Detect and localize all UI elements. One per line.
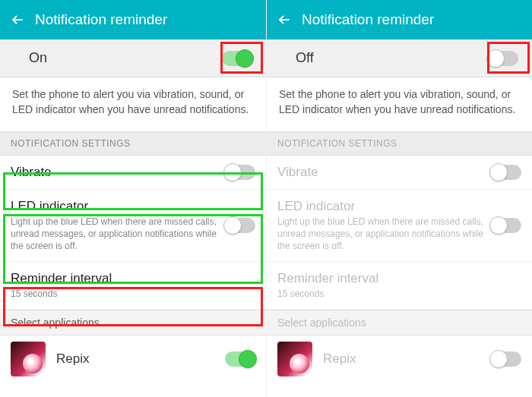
left-pane: Notification reminder On Set the phone t… — [0, 0, 266, 397]
select-applications-header[interactable]: Select applications — [267, 310, 532, 336]
description-text: Set the phone to alert you via vibration… — [267, 77, 532, 131]
page-title: Notification reminder — [35, 11, 167, 28]
app-row-repix[interactable]: Repix — [0, 336, 266, 387]
section-header-notification-settings: NOTIFICATION SETTINGS — [0, 131, 266, 156]
led-indicator-sub: Light up the blue LED when there are mis… — [277, 216, 483, 253]
app-row-repix[interactable]: Repix — [267, 336, 532, 387]
select-applications-label: Select applications — [11, 317, 100, 329]
app-header: Notification reminder — [267, 0, 532, 39]
vibrate-toggle[interactable] — [491, 165, 521, 180]
app-toggle-repix[interactable] — [491, 351, 521, 367]
select-applications-label: Select applications — [277, 317, 366, 329]
master-switch-row[interactable]: Off — [267, 39, 532, 77]
app-name-repix: Repix — [323, 351, 480, 367]
app-header: Notification reminder — [0, 0, 266, 39]
led-indicator-label: LED indicator — [277, 199, 483, 214]
master-switch-label: On — [29, 50, 47, 66]
vibrate-label: Vibrate — [11, 165, 52, 180]
master-toggle[interactable] — [222, 51, 252, 66]
reminder-interval-label: Reminder interval — [11, 271, 112, 286]
led-indicator-row[interactable]: LED indicator Light up the blue LED when… — [267, 190, 532, 263]
led-indicator-sub: Light up the blue LED when there are mis… — [11, 216, 217, 253]
back-icon[interactable] — [11, 13, 24, 27]
vibrate-toggle[interactable] — [225, 165, 255, 180]
right-pane: Notification reminder Off Set the phone … — [266, 0, 532, 397]
vibrate-row[interactable]: Vibrate — [267, 156, 532, 190]
section-header-notification-settings: NOTIFICATION SETTINGS — [267, 131, 532, 156]
master-switch-row[interactable]: On — [0, 39, 266, 77]
reminder-interval-label: Reminder interval — [277, 271, 378, 286]
master-toggle[interactable] — [488, 51, 518, 66]
reminder-interval-value: 15 seconds — [11, 288, 112, 300]
select-applications-header[interactable]: Select applications — [0, 310, 266, 336]
back-icon[interactable] — [277, 13, 291, 27]
led-indicator-toggle[interactable] — [491, 218, 521, 233]
led-indicator-row[interactable]: LED indicator Light up the blue LED when… — [0, 190, 266, 263]
vibrate-label: Vibrate — [277, 165, 318, 180]
reminder-interval-row[interactable]: Reminder interval 15 seconds — [267, 262, 532, 310]
vibrate-row[interactable]: Vibrate — [0, 156, 266, 190]
app-name-repix: Repix — [56, 351, 214, 367]
master-switch-label: Off — [296, 50, 314, 66]
app-icon-repix — [11, 342, 46, 377]
app-toggle-repix[interactable] — [225, 351, 255, 367]
led-indicator-label: LED indicator — [11, 199, 217, 214]
page-title: Notification reminder — [302, 11, 434, 28]
app-icon-repix — [277, 342, 312, 377]
reminder-interval-value: 15 seconds — [277, 288, 378, 300]
reminder-interval-row[interactable]: Reminder interval 15 seconds — [0, 262, 266, 310]
led-indicator-toggle[interactable] — [225, 218, 255, 233]
description-text: Set the phone to alert you via vibration… — [0, 77, 266, 131]
